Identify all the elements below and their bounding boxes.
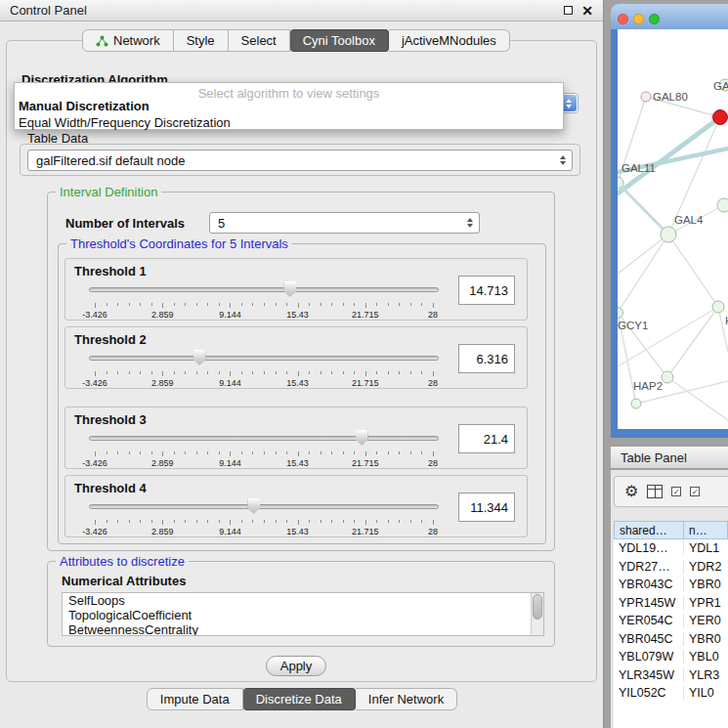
- table-data-combobox[interactable]: galFiltered.sif default node: [27, 150, 573, 171]
- algorithm-dropdown-popup: Select algorithm to view settings Manual…: [14, 82, 564, 130]
- table-row[interactable]: YLR345WYLR3: [614, 666, 728, 685]
- table-cell[interactable]: YDL1: [684, 541, 728, 555]
- table-cell[interactable]: YDR27…: [614, 560, 684, 574]
- tab-infer-network[interactable]: Infer Network: [356, 688, 457, 710]
- table-cell[interactable]: YBR045C: [614, 632, 684, 646]
- table-cell[interactable]: YBR043C: [614, 578, 684, 591]
- table-cell[interactable]: YDR2: [684, 560, 728, 574]
- tab-style[interactable]: Style: [174, 29, 229, 52]
- network-edge: [618, 235, 668, 274]
- float-window-icon[interactable]: [564, 6, 573, 15]
- attribute-list-item[interactable]: TopologicalCoefficient: [63, 608, 543, 622]
- network-canvas[interactable]: GAL80GAGAL11GAL4GCY1HHAP2: [618, 29, 728, 429]
- threshold-panel: Threshold 3-3.4262.8599.14415.4321.71528…: [64, 407, 528, 469]
- threshold-slider[interactable]: -3.4262.8599.14415.4321.71528: [89, 427, 439, 468]
- network-node[interactable]: [662, 371, 673, 383]
- table-cell[interactable]: YBR0: [684, 632, 728, 646]
- menu-item-manual-discretization[interactable]: Manual Discretization: [19, 99, 150, 113]
- network-node[interactable]: [661, 227, 676, 242]
- slider-tick: [95, 303, 96, 308]
- table-cell[interactable]: YDL19…: [614, 541, 684, 555]
- threshold-slider[interactable]: -3.4262.8599.14415.4321.71528: [89, 347, 439, 388]
- table-row[interactable]: YDL19…YDL1: [614, 539, 728, 558]
- columns-icon[interactable]: [647, 485, 663, 498]
- column-header-name[interactable]: n…: [684, 521, 728, 539]
- slider-tick: [388, 371, 389, 374]
- column-header-shared-name[interactable]: shared…: [614, 521, 684, 539]
- table-cell[interactable]: YIL0: [684, 686, 728, 700]
- table-cell[interactable]: YBL079W: [614, 650, 684, 664]
- slider-tick: [331, 303, 332, 306]
- table-row[interactable]: YIL052CYIL0: [614, 684, 728, 703]
- attribute-list-item[interactable]: BetweennessCentrality: [63, 622, 543, 636]
- table-cell[interactable]: YBL0: [684, 650, 728, 664]
- scrollbar-thumb[interactable]: [533, 594, 542, 620]
- slider-thumb[interactable]: [193, 350, 206, 365]
- network-node[interactable]: [641, 92, 651, 102]
- slider-tick: [388, 520, 389, 523]
- network-node[interactable]: [713, 110, 728, 125]
- close-traffic-light-icon[interactable]: [618, 14, 628, 24]
- table-cell[interactable]: YBR0: [684, 578, 728, 591]
- threshold-value-field[interactable]: 11.344: [458, 492, 515, 522]
- attribute-list-item[interactable]: SelfLoops: [63, 593, 543, 608]
- table-cell[interactable]: YER0: [684, 614, 728, 627]
- threshold-value-field[interactable]: 14.713: [458, 276, 515, 305]
- slider-thumb[interactable]: [356, 430, 368, 446]
- network-edge: [718, 307, 728, 352]
- slider-tick: [174, 520, 175, 523]
- table-row[interactable]: YDR27…YDR2: [614, 558, 728, 577]
- table-row[interactable]: YBL079WYBL0: [614, 648, 728, 666]
- tab-network-label: Network: [113, 33, 160, 48]
- table-cell[interactable]: YIL052C: [614, 686, 684, 700]
- checkbox-icon[interactable]: ✓: [690, 487, 700, 496]
- table-panel: ⚙ ✓ ✓ shared… n… YDL19…YDL1YDR27…YDR2YBR…: [611, 470, 728, 728]
- tab-network[interactable]: Network: [82, 29, 174, 52]
- table-cell[interactable]: YLR345W: [614, 668, 684, 682]
- slider-track[interactable]: [89, 356, 439, 361]
- slider-tick: [410, 520, 411, 523]
- tab-jactivemnodules[interactable]: jActiveMNodules: [389, 29, 510, 52]
- checkbox-icon[interactable]: ✓: [671, 487, 681, 496]
- threshold-slider[interactable]: -3.4262.8599.14415.4321.71528: [89, 495, 439, 536]
- table-row[interactable]: YBR045CYBR0: [614, 630, 728, 649]
- threshold-value-field[interactable]: 6.316: [458, 344, 515, 373]
- threshold-slider[interactable]: -3.4262.8599.14415.4321.71528: [89, 278, 439, 320]
- network-node[interactable]: [618, 308, 623, 319]
- close-icon[interactable]: ✕: [581, 4, 593, 18]
- network-view-window[interactable]: GAL80GAGAL11GAL4GCY1HHAP2: [611, 4, 728, 438]
- slider-tick: [162, 520, 163, 525]
- tab-discretize-data[interactable]: Discretize Data: [243, 688, 356, 710]
- menu-item-equal-width-discretization[interactable]: Equal Width/Frequency Discretization: [19, 115, 231, 130]
- slider-tick: [388, 303, 389, 306]
- slider-tick: [207, 520, 208, 523]
- attributes-list[interactable]: SelfLoopsTopologicalCoefficientBetweenne…: [62, 592, 544, 636]
- slider-tick: [95, 371, 96, 376]
- list-scrollbar[interactable]: [531, 593, 543, 635]
- tab-impute-data[interactable]: Impute Data: [147, 688, 243, 710]
- slider-thumb[interactable]: [283, 281, 296, 297]
- gear-icon[interactable]: ⚙: [624, 484, 638, 499]
- network-node[interactable]: [717, 198, 728, 212]
- table-row[interactable]: YER054CYER0: [614, 612, 728, 630]
- slider-thumb[interactable]: [247, 498, 260, 514]
- number-of-intervals-combobox[interactable]: 5: [209, 212, 480, 234]
- table-row[interactable]: YBR043CYBR0: [614, 576, 728, 594]
- apply-button[interactable]: Apply: [266, 656, 326, 676]
- slider-tick: [174, 451, 175, 454]
- table-cell[interactable]: YPR145W: [614, 596, 684, 610]
- tab-cyni-toolbox[interactable]: Cyni Toolbox: [290, 29, 389, 52]
- tab-select[interactable]: Select: [229, 29, 290, 52]
- minimize-traffic-light-icon[interactable]: [633, 14, 644, 24]
- network-node[interactable]: [631, 399, 641, 408]
- network-node[interactable]: [712, 301, 724, 313]
- table-cell[interactable]: YER054C: [614, 614, 684, 627]
- table-row[interactable]: YPR145WYPR1: [614, 594, 728, 613]
- threshold-value-field[interactable]: 21.4: [458, 424, 515, 453]
- slider-track[interactable]: [89, 287, 439, 292]
- slider-track[interactable]: [89, 436, 439, 441]
- table-cell[interactable]: YLR3: [684, 668, 728, 682]
- slider-track[interactable]: [89, 504, 439, 509]
- table-cell[interactable]: YPR1: [684, 596, 728, 610]
- zoom-traffic-light-icon[interactable]: [649, 14, 660, 24]
